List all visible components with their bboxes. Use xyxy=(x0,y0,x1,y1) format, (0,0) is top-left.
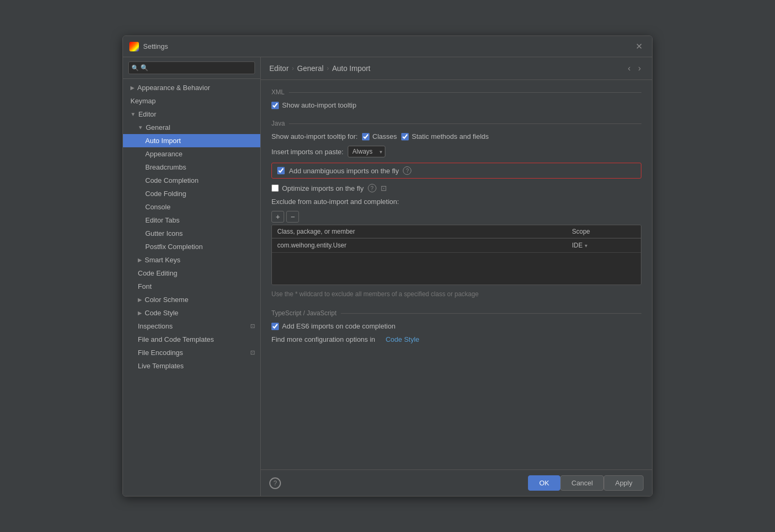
chevron-right-icon: ▶ xyxy=(130,85,135,91)
search-box: 🔍 xyxy=(123,57,260,79)
settings-dialog: Settings ✕ 🔍 ▶ Appearance & Behavior K xyxy=(122,36,653,496)
table-header: Class, package, or member Scope xyxy=(272,225,641,238)
sidebar-item-gutter-icons[interactable]: Gutter Icons xyxy=(123,227,260,240)
title-bar: Settings ✕ xyxy=(123,36,652,57)
sidebar-item-editor-tabs[interactable]: Editor Tabs xyxy=(123,214,260,227)
forward-button[interactable]: › xyxy=(636,63,644,74)
main-content: 🔍 ▶ Appearance & Behavior Keymap ▼ Edito… xyxy=(123,57,652,496)
insert-label: Insert imports on paste: xyxy=(271,148,344,156)
insert-imports-row: Insert imports on paste: Always Ask Neve… xyxy=(271,146,641,157)
sidebar-item-keymap[interactable]: Keymap xyxy=(123,94,260,108)
tooltip-for-text: Show auto-import tooltip for: xyxy=(271,132,358,140)
sidebar: 🔍 ▶ Appearance & Behavior Keymap ▼ Edito… xyxy=(123,57,261,496)
exclude-label-row: Exclude from auto-import and completion: xyxy=(271,198,641,206)
chevron-right-icon: ▶ xyxy=(138,297,142,303)
java-tooltip-row: Show auto-import tooltip for: Classes St… xyxy=(271,132,641,140)
nav-tree: ▶ Appearance & Behavior Keymap ▼ Editor … xyxy=(123,79,260,496)
es6-checkbox[interactable] xyxy=(271,323,279,330)
sidebar-item-file-encodings[interactable]: File Encodings ⊡ xyxy=(123,346,260,359)
sidebar-item-file-code-templates[interactable]: File and Code Templates xyxy=(123,333,260,346)
help-button[interactable]: ? xyxy=(269,477,281,489)
ts-section-label: TypeScript / JavaScript xyxy=(271,309,641,317)
sidebar-item-editor[interactable]: ▼ Editor xyxy=(123,108,260,121)
classes-checkbox[interactable] xyxy=(362,133,369,140)
sidebar-item-postfix-completion[interactable]: Postfix Completion xyxy=(123,240,260,253)
xml-section: XML Show auto-import tooltip xyxy=(271,88,641,109)
optimize-imports-row: Optimize imports on the fly ? ⊡ xyxy=(271,184,641,192)
back-button[interactable]: ‹ xyxy=(625,63,633,74)
bottom-bar: ? OK Cancel Apply xyxy=(261,469,652,496)
app-icon xyxy=(129,42,139,51)
dialog-title: Settings xyxy=(143,42,168,50)
static-checkbox[interactable] xyxy=(401,133,409,140)
es6-imports-row: Add ES6 imports on code completion xyxy=(271,322,641,330)
es6-label[interactable]: Add ES6 imports on code completion xyxy=(271,322,395,330)
sidebar-item-font[interactable]: Font xyxy=(123,280,260,293)
file-encodings-badge: ⊡ xyxy=(250,349,255,356)
sidebar-item-inspections[interactable]: Inspections ⊡ xyxy=(123,320,260,333)
add-exclude-button[interactable]: + xyxy=(271,211,284,223)
cancel-button[interactable]: Cancel xyxy=(560,475,604,491)
classes-label[interactable]: Classes xyxy=(362,132,397,140)
ts-section: TypeScript / JavaScript Add ES6 imports … xyxy=(271,309,641,343)
search-input[interactable] xyxy=(128,61,255,74)
xml-show-tooltip-checkbox[interactable] xyxy=(271,102,279,109)
sidebar-item-appearance-behavior[interactable]: ▶ Appearance & Behavior xyxy=(123,81,260,94)
table-empty-area xyxy=(272,253,641,285)
chevron-right-icon: ▶ xyxy=(138,257,142,263)
exclude-toolbar: + − xyxy=(271,211,641,223)
close-button[interactable]: ✕ xyxy=(632,40,646,52)
sidebar-item-general[interactable]: ▼ General xyxy=(123,121,260,134)
java-section-label: Java xyxy=(271,120,641,127)
table-cell-scope: IDE ▾ xyxy=(572,242,636,249)
unambiguous-help-icon[interactable]: ? xyxy=(403,166,411,175)
chevron-down-icon: ▼ xyxy=(130,111,136,117)
exclude-label: Exclude from auto-import and completion: xyxy=(271,198,399,206)
breadcrumb-general: General xyxy=(297,64,324,73)
java-section: Java Show auto-import tooltip for: Class… xyxy=(271,120,641,299)
breadcrumb-sep-2: › xyxy=(327,65,329,72)
sidebar-item-console[interactable]: Console xyxy=(123,200,260,214)
sidebar-item-code-editing[interactable]: Code Editing xyxy=(123,267,260,280)
sidebar-item-auto-import[interactable]: Auto Import xyxy=(123,134,260,147)
exclude-section: Exclude from auto-import and completion:… xyxy=(271,198,641,299)
table-row[interactable]: com.weihong.entity.User IDE ▾ xyxy=(272,238,641,253)
remove-exclude-button[interactable]: − xyxy=(286,211,299,223)
hint-text: Use the * wildcard to exclude all member… xyxy=(271,289,641,299)
xml-show-tooltip-row: Show auto-import tooltip xyxy=(271,101,641,109)
col-scope-header: Scope xyxy=(572,228,636,235)
xml-show-tooltip-label[interactable]: Show auto-import tooltip xyxy=(271,101,356,109)
table-cell-class: com.weihong.entity.User xyxy=(277,242,572,249)
right-panel: Editor › General › Auto Import ‹ › XML xyxy=(261,57,652,496)
search-icon: 🔍 xyxy=(131,65,139,72)
static-label[interactable]: Static methods and fields xyxy=(401,132,489,140)
sidebar-item-appearance[interactable]: Appearance xyxy=(123,147,260,161)
optimize-checkbox[interactable] xyxy=(271,184,279,192)
scope-dropdown-icon: ▾ xyxy=(585,243,587,249)
sidebar-item-breadcrumbs[interactable]: Breadcrumbs xyxy=(123,161,260,174)
apply-button[interactable]: Apply xyxy=(604,475,644,491)
sidebar-item-color-scheme[interactable]: ▶ Color Scheme xyxy=(123,293,260,306)
breadcrumb-bar: Editor › General › Auto Import ‹ › xyxy=(261,57,652,80)
optimize-label[interactable]: Optimize imports on the fly xyxy=(271,184,364,192)
sidebar-item-live-templates[interactable]: Live Templates xyxy=(123,359,260,373)
config-hint-text: Find more configuration options in xyxy=(271,335,375,343)
sidebar-item-code-folding[interactable]: Code Folding xyxy=(123,187,260,200)
unambiguous-checkbox[interactable] xyxy=(277,167,285,174)
breadcrumb: Editor › General › Auto Import xyxy=(269,64,371,73)
chevron-right-icon: ▶ xyxy=(138,310,142,316)
inspections-badge: ⊡ xyxy=(250,323,255,330)
optimize-link-icon[interactable]: ⊡ xyxy=(381,184,387,192)
breadcrumb-auto-import: Auto Import xyxy=(332,64,370,73)
sidebar-item-code-style[interactable]: ▶ Code Style xyxy=(123,306,260,320)
sidebar-item-smart-keys[interactable]: ▶ Smart Keys xyxy=(123,253,260,267)
breadcrumb-sep-1: › xyxy=(292,65,294,72)
nav-arrows: ‹ › xyxy=(625,63,644,74)
col-class-header: Class, package, or member xyxy=(277,228,572,235)
code-style-link[interactable]: Code Style xyxy=(385,335,419,343)
sidebar-item-code-completion[interactable]: Code Completion xyxy=(123,174,260,187)
insert-imports-select[interactable]: Always Ask Never xyxy=(348,146,385,157)
unambiguous-label: Add unambiguous imports on the fly xyxy=(289,167,399,175)
optimize-help-icon[interactable]: ? xyxy=(368,184,376,192)
ok-button[interactable]: OK xyxy=(528,475,560,491)
